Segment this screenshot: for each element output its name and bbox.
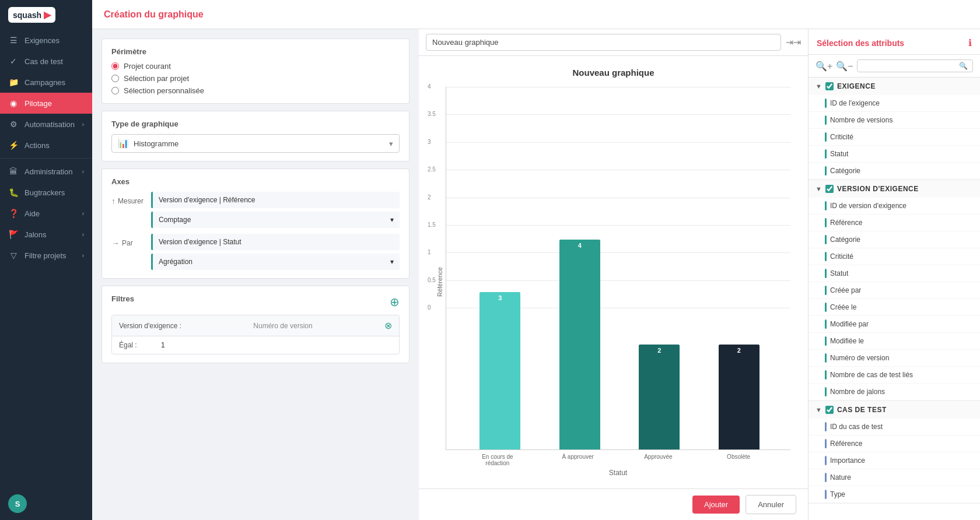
avatar[interactable]: S [8, 494, 27, 513]
par-aggregate-selector[interactable]: Agrégation ▾ [151, 254, 400, 270]
y-tick-label: 0 [428, 304, 431, 311]
attr-item[interactable]: Catégorie [808, 163, 980, 180]
radio-selection-personnalisee-label: Sélection personnalisée [124, 86, 204, 95]
add-filter-button[interactable]: ⊕ [390, 295, 400, 309]
sidebar-item-jalons[interactable]: 🚩 Jalons › [0, 224, 92, 245]
attr-item[interactable]: Modifiée le [808, 333, 980, 350]
attr-item-name: Créée le [830, 303, 856, 311]
attr-item[interactable]: Numéro de version [808, 350, 980, 367]
sidebar-item-label: Pilotage [24, 99, 52, 108]
zoom-out-icon[interactable]: 🔍− [836, 61, 853, 72]
attr-item-name: Importance [830, 456, 865, 465]
annuler-button[interactable]: Annuler [746, 495, 796, 514]
attr-color-bar [825, 422, 827, 431]
attr-color-bar [825, 252, 827, 261]
attr-item[interactable]: ID de l'exigence [808, 95, 980, 112]
mesurer-aggregate-value: Comptage [159, 216, 191, 224]
attr-item[interactable]: Référence [808, 435, 980, 452]
attr-item[interactable]: Nombre de versions [808, 112, 980, 129]
axes-section: Axes ↑ Mesurer Version d'exigence | Réfé… [102, 168, 410, 279]
type-graphique-selector[interactable]: 📊 Histogramme ▾ [111, 134, 400, 153]
sidebar-item-filtre-projets[interactable]: ▽ Filtre projets › [0, 245, 92, 266]
attr-item[interactable]: Catégorie [808, 231, 980, 248]
attr-item[interactable]: Nombre de jalons [808, 384, 980, 400]
attr-item[interactable]: Criticité [808, 129, 980, 146]
attr-item[interactable]: Statut [808, 265, 980, 282]
sidebar-item-automatisation[interactable]: ⚙ Automatisation › [0, 114, 92, 135]
attr-group-checkbox[interactable] [825, 185, 834, 193]
sidebar-item-campagnes[interactable]: 📁 Campagnes [0, 72, 92, 93]
radio-selection-par-projet-input[interactable] [111, 75, 119, 82]
attr-group-checkbox[interactable] [825, 82, 834, 90]
y-tick-3.5: 3.5 [446, 114, 790, 115]
right-arrow-icon: → [111, 238, 120, 248]
filter-remove-button[interactable]: ⊗ [384, 320, 392, 331]
search-input[interactable] [862, 62, 956, 70]
mesurer-aggregate-selector[interactable]: Comptage ▾ [151, 212, 400, 228]
sidebar-item-aide[interactable]: ❓ Aide › [0, 203, 92, 224]
zoom-in-icon[interactable]: 🔍+ [816, 61, 832, 72]
sidebar-item-label: Filtre projets [24, 251, 66, 260]
y-tick-label: 3.5 [428, 111, 436, 117]
attr-item[interactable]: Modifiée par [808, 316, 980, 333]
sidebar-item-cas-de-test[interactable]: ✓ Cas de test [0, 51, 92, 72]
radio-selection-par-projet[interactable]: Sélection par projet [111, 74, 400, 83]
attr-item[interactable]: Type [808, 486, 980, 503]
y-tick-label: 2.5 [428, 166, 436, 173]
attr-item[interactable]: Nature [808, 469, 980, 486]
y-tick-2: 2 [446, 198, 790, 198]
sidebar-item-exigences[interactable]: ☰ Exigences [0, 30, 92, 51]
sidebar-item-bugtrackers[interactable]: 🐛 Bugtrackers [0, 182, 92, 203]
attr-color-bar [825, 235, 827, 244]
expand-button[interactable]: ⇥⇥ [786, 37, 801, 48]
attr-item[interactable]: Criticité [808, 248, 980, 265]
attr-group-header[interactable]: ▼ EXIGENCE [808, 78, 980, 95]
chart-inner: 43.532.521.510.50 3422 En cours de rédac… [446, 87, 790, 477]
radio-projet-courant[interactable]: Projet courant [111, 62, 400, 71]
y-tick-2.5: 2.5 [446, 170, 790, 170]
filtres-title: Filtres [111, 294, 134, 303]
bar: 2 [639, 345, 680, 449]
radio-projet-courant-input[interactable] [111, 62, 119, 70]
attr-item[interactable]: Statut [808, 146, 980, 163]
perimetre-section: Périmètre Projet courant Sélection par p… [102, 38, 410, 104]
x-labels: En cours de rédactionÀ approuverApprouvé… [446, 450, 790, 466]
help-icon[interactable]: ℹ [968, 37, 972, 48]
sidebar-item-administration[interactable]: 🏛 Administration › [0, 161, 92, 182]
attr-item[interactable]: ID du cas de test [808, 419, 980, 435]
attr-group-header[interactable]: ▼ CAS DE TEST [808, 401, 980, 419]
attr-group-header[interactable]: ▼ VERSION D'EXIGENCE [808, 180, 980, 198]
attr-item[interactable]: Nombre de cas de test liés [808, 367, 980, 384]
attr-group-checkbox[interactable] [825, 406, 834, 414]
sidebar-item-pilotage[interactable]: ◉ Pilotage [0, 93, 92, 114]
attr-color-bar [825, 149, 827, 159]
bar-value-label: 3 [498, 292, 502, 301]
radio-selection-personnalisee-input[interactable] [111, 87, 119, 94]
sidebar-item-actions[interactable]: ⚡ Actions [0, 135, 92, 156]
attr-color-bar [825, 387, 827, 396]
chevron-right-icon: › [82, 168, 84, 175]
sidebar-item-label: Aide [24, 209, 40, 218]
ajouter-button[interactable]: Ajouter [692, 496, 740, 514]
body-area: Périmètre Projet courant Sélection par p… [92, 29, 980, 520]
filter-name: Version d'exigence : [119, 322, 181, 330]
right-panel: Sélection des attributs ℹ 🔍+ 🔍− 🔍 ▼ EXIG… [808, 29, 980, 520]
par-value[interactable]: Version d'exigence | Statut [151, 234, 400, 250]
attr-item[interactable]: Créée par [808, 282, 980, 299]
attr-item[interactable]: Référence [808, 215, 980, 231]
radio-selection-personnalisee[interactable]: Sélection personnalisée [111, 86, 400, 95]
sidebar-item-label: Administration [24, 167, 72, 176]
right-panel-title: Sélection des attributs [817, 38, 904, 48]
attr-item-name: Catégorie [830, 167, 860, 175]
attr-item-name: Modifiée le [830, 337, 864, 345]
attr-item[interactable]: Créée le [808, 299, 980, 316]
chevron-right-icon: › [82, 210, 84, 217]
aide-icon: ❓ [8, 209, 19, 218]
attr-item[interactable]: Importance [808, 452, 980, 469]
collapse-icon: ▼ [816, 83, 822, 90]
mesurer-value[interactable]: Version d'exigence | Référence [151, 192, 400, 208]
exigences-icon: ☰ [8, 36, 19, 45]
attr-item[interactable]: ID de version d'exigence [808, 198, 980, 215]
par-fields: Version d'exigence | Statut Agrégation ▾ [151, 234, 400, 270]
chart-name-input[interactable] [426, 34, 781, 51]
